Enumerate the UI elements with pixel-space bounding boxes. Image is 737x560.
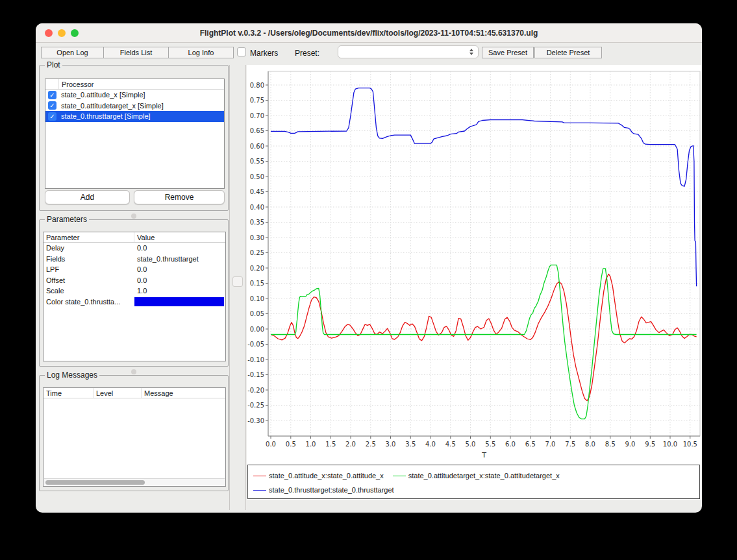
- svg-text:0.30: 0.30: [250, 234, 264, 241]
- svg-text:7.5: 7.5: [565, 441, 575, 448]
- preset-label: Preset:: [295, 49, 319, 58]
- svg-text:3.0: 3.0: [386, 441, 396, 448]
- message-column-header: Message: [142, 388, 225, 398]
- svg-text:9.5: 9.5: [645, 441, 655, 448]
- add-button[interactable]: Add: [45, 190, 130, 204]
- row-checkbox-checked-icon[interactable]: ✓: [48, 91, 56, 99]
- svg-text:1.5: 1.5: [325, 441, 336, 448]
- svg-text:0.45: 0.45: [250, 188, 264, 195]
- splitter-handle[interactable]: [131, 369, 136, 374]
- svg-text:10.0: 10.0: [663, 441, 677, 448]
- parameter-name: LPF: [44, 264, 134, 274]
- save-preset-button[interactable]: Save Preset: [482, 47, 534, 58]
- svg-text:8.0: 8.0: [585, 441, 595, 448]
- svg-text:0.80: 0.80: [250, 82, 264, 89]
- svg-text:0.70: 0.70: [250, 112, 264, 119]
- parameter-value[interactable]: 0.0: [134, 275, 225, 286]
- log-messages-group: Log Messages Time Level Message: [39, 375, 229, 491]
- open-log-button[interactable]: Open Log: [41, 47, 104, 58]
- legend-row: state_0.thrusttarget:state_0.thrusttarge…: [253, 483, 694, 497]
- legend-label: state_0.attitudetarget_x:state_0.attitud…: [408, 472, 560, 480]
- svg-text:4.0: 4.0: [425, 441, 436, 448]
- splitter-handle[interactable]: [131, 213, 136, 219]
- svg-text:0.20: 0.20: [250, 265, 264, 272]
- markers-checkbox[interactable]: [237, 47, 246, 56]
- level-column-header: Level: [94, 388, 142, 398]
- svg-text:1.0: 1.0: [306, 441, 316, 448]
- svg-text:0.40: 0.40: [250, 204, 264, 211]
- row-checkbox-checked-icon[interactable]: ✓: [48, 101, 56, 110]
- parameter-row[interactable]: Delay 0.0: [44, 243, 225, 254]
- svg-text:0.15: 0.15: [250, 280, 264, 287]
- flightplot-window: FlightPlot v.0.3.2 - /Users/oleg/Documen…: [36, 23, 702, 513]
- parameter-row-color[interactable]: Color state_0.thrustta...: [44, 297, 225, 308]
- legend-row: state_0.attitude_x:state_0.attitude_x st…: [253, 469, 694, 483]
- parameter-row[interactable]: LPF 0.0: [44, 264, 225, 275]
- plot-group-title: Plot: [45, 60, 62, 69]
- legend-label: state_0.thrusttarget:state_0.thrusttarge…: [269, 486, 394, 494]
- parameters-table: Parameter Value Delay 0.0 Fields state_0…: [43, 232, 226, 361]
- log-info-button[interactable]: Log Info: [168, 47, 234, 58]
- svg-text:3.5: 3.5: [405, 441, 416, 448]
- green-line-swatch-icon: [393, 476, 406, 476]
- svg-text:6.5: 6.5: [525, 441, 536, 448]
- svg-text:0.65: 0.65: [250, 127, 264, 134]
- processor-table: Processor ✓ state_0.attitude_x [Simple] …: [45, 79, 225, 189]
- svg-text:-0.15: -0.15: [247, 371, 264, 378]
- svg-text:5.5: 5.5: [485, 441, 495, 448]
- parameter-name: Fields: [44, 254, 134, 264]
- svg-text:-0.25: -0.25: [247, 402, 264, 409]
- svg-text:8.5: 8.5: [605, 441, 616, 448]
- parameters-group: Parameters Parameter Value Delay 0.0 Fie…: [39, 219, 229, 367]
- row-checkbox-checked-icon[interactable]: ✓: [48, 112, 56, 121]
- processor-row-label: state_0.thrusttarget [Simple]: [58, 111, 151, 121]
- svg-text:2.5: 2.5: [366, 441, 376, 448]
- parameter-name: Offset: [44, 275, 134, 286]
- parameter-name: Color state_0.thrustta...: [44, 297, 134, 307]
- delete-preset-button[interactable]: Delete Preset: [534, 47, 602, 58]
- svg-text:T: T: [481, 451, 486, 459]
- parameter-name: Scale: [44, 286, 134, 296]
- preset-combobox[interactable]: [338, 45, 479, 58]
- parameter-value[interactable]: 0.0: [134, 243, 225, 253]
- chevron-up-down-icon[interactable]: [468, 47, 475, 56]
- svg-text:2.0: 2.0: [345, 441, 356, 448]
- parameters-table-header: Parameter Value: [44, 232, 225, 243]
- parameters-group-title: Parameters: [45, 215, 89, 224]
- svg-text:7.0: 7.0: [545, 441, 556, 448]
- parameter-name: Delay: [44, 243, 134, 253]
- splitter-grip[interactable]: [232, 276, 243, 287]
- parameter-column-header: Parameter: [44, 232, 134, 242]
- processor-row[interactable]: ✓ state_0.attitudetarget_x [Simple]: [45, 101, 224, 112]
- log-table-header: Time Level Message: [44, 388, 225, 398]
- parameter-row[interactable]: Fields state_0.thrusttarget: [44, 254, 225, 265]
- svg-text:-0.10: -0.10: [247, 356, 264, 363]
- parameter-row[interactable]: Offset 0.0: [44, 275, 225, 286]
- title-bar[interactable]: FlightPlot v.0.3.2 - /Users/oleg/Documen…: [36, 23, 702, 43]
- processor-row-selected[interactable]: ✓ state_0.thrusttarget [Simple]: [45, 111, 224, 122]
- plot-group: Plot Processor ✓ state_0.attitude_x [Sim…: [39, 65, 229, 211]
- chart-canvas[interactable]: 0.800.750.700.650.600.550.500.450.400.35…: [247, 65, 701, 500]
- legend-item-thrusttarget: state_0.thrusttarget:state_0.thrusttarge…: [253, 486, 394, 494]
- legend-item-attitudetarget-x: state_0.attitudetarget_x:state_0.attitud…: [393, 472, 560, 480]
- remove-button[interactable]: Remove: [134, 190, 225, 204]
- horizontal-scrollbar[interactable]: [44, 478, 225, 485]
- vertical-splitter[interactable]: [229, 65, 246, 510]
- value-column-header: Value: [134, 232, 225, 242]
- chart-legend: state_0.attitude_x:state_0.attitude_x st…: [247, 465, 700, 499]
- color-swatch[interactable]: [134, 297, 224, 306]
- processor-row[interactable]: ✓ state_0.attitude_x [Simple]: [45, 90, 224, 101]
- processor-row-label: state_0.attitudetarget_x [Simple]: [58, 101, 164, 111]
- svg-text:0.10: 0.10: [250, 295, 264, 302]
- flight-plot-chart[interactable]: 0.800.750.700.650.600.550.500.450.400.35…: [247, 65, 701, 500]
- parameter-value[interactable]: 1.0: [134, 286, 225, 296]
- parameter-value[interactable]: state_0.thrusttarget: [134, 254, 225, 264]
- parameter-row[interactable]: Scale 1.0: [44, 286, 225, 297]
- legend-item-attitude-x: state_0.attitude_x:state_0.attitude_x: [253, 472, 384, 480]
- fields-list-button[interactable]: Fields List: [103, 47, 169, 58]
- svg-text:9.0: 9.0: [625, 441, 636, 448]
- parameter-value[interactable]: 0.0: [134, 264, 225, 274]
- processor-table-header: Processor: [45, 79, 224, 90]
- scrollbar-thumb[interactable]: [45, 480, 145, 485]
- svg-text:-0.05: -0.05: [247, 341, 264, 348]
